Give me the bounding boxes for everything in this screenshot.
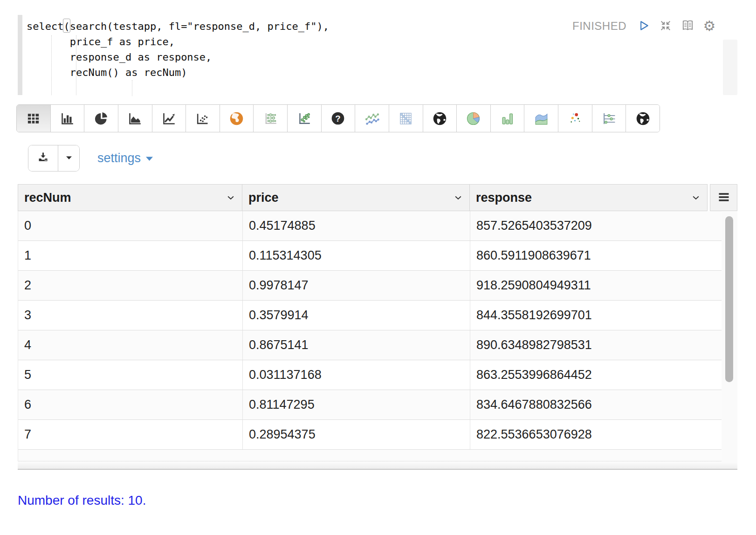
area-chart-button[interactable] — [118, 105, 152, 132]
scatter-colored-button[interactable] — [558, 105, 592, 132]
column-chart-button[interactable] — [491, 105, 525, 132]
cell-price: 0.3579914 — [243, 301, 470, 330]
viz-toolbar: ? — [16, 104, 660, 132]
hamburger-menu-icon — [716, 191, 731, 205]
download-button[interactable] — [28, 145, 58, 171]
cell-price: 0.8675141 — [243, 330, 470, 360]
line-icon — [162, 111, 176, 126]
column-header-response[interactable]: response — [470, 184, 708, 211]
cell-recNum: 3 — [18, 301, 243, 330]
scatter-icon — [195, 111, 210, 126]
caret-down-icon — [145, 151, 154, 165]
chevron-down-icon[interactable] — [454, 193, 463, 202]
bubble-matrix-button[interactable] — [254, 105, 288, 132]
cell-response: 918.2590804949311 — [470, 271, 722, 300]
globe-dark-button[interactable] — [423, 105, 457, 132]
table-view-button[interactable] — [17, 105, 51, 132]
range-sliders-icon — [602, 111, 616, 126]
play-icon — [637, 19, 650, 34]
cell-price: 0.031137168 — [243, 360, 470, 390]
paragraph-status-bar: FINISHED ⚙ — [572, 19, 717, 34]
bar-chart-button[interactable] — [51, 105, 85, 132]
area-stacked-icon — [534, 111, 549, 126]
code-editor[interactable]: select(search(testapp, fl="response_d, p… — [0, 0, 756, 98]
column-green-icon — [500, 111, 515, 126]
table-row: 20.9978147918.2590804949311 — [18, 271, 722, 301]
bar-icon — [60, 111, 75, 126]
table-row: 60.81147295834.6467880832566 — [18, 390, 722, 420]
indent-guide — [76, 35, 76, 95]
cell-recNum: 6 — [18, 390, 243, 419]
gear-button[interactable]: ⚙ — [702, 19, 717, 34]
result-table: recNumpriceresponse 00.45174885857.52654… — [18, 184, 737, 470]
cell-price: 0.81147295 — [243, 390, 470, 419]
cell-recNum: 0 — [18, 211, 243, 240]
cell-price: 0.45174885 — [243, 211, 470, 240]
download-icon — [37, 151, 49, 165]
multi-line-chart-button[interactable] — [355, 105, 389, 132]
caret-down-icon — [63, 152, 75, 165]
scatter-colored-icon — [568, 111, 582, 126]
cell-response: 863.2553996864452 — [470, 360, 722, 390]
cell-response: 890.6348982798531 — [470, 330, 722, 360]
line-chart-button[interactable] — [152, 105, 186, 132]
collapse-button[interactable] — [658, 19, 673, 34]
table-row: 30.3579914844.3558192699701 — [18, 301, 722, 330]
help-button[interactable]: ? — [322, 105, 356, 132]
cell-price: 0.9978147 — [243, 271, 470, 300]
area-icon — [128, 111, 142, 126]
cell-recNum: 5 — [18, 360, 243, 390]
indent-guide — [51, 35, 52, 95]
cell-price: 0.28954375 — [243, 420, 470, 449]
column-header-recNum[interactable]: recNum — [18, 184, 242, 211]
map-globe-button[interactable] — [220, 105, 254, 132]
heatmap-button[interactable] — [389, 105, 423, 132]
globe-orange-icon — [229, 111, 244, 126]
table-icon — [26, 111, 41, 126]
heatmap-icon — [399, 111, 413, 126]
chevron-down-icon[interactable] — [691, 193, 701, 202]
table-header-row: recNumpriceresponse — [18, 184, 737, 211]
cell-response: 844.3558192699701 — [470, 301, 722, 330]
globe-dark-2-button[interactable] — [626, 105, 660, 132]
docs-button[interactable] — [680, 19, 695, 34]
gear-icon: ⚙ — [703, 19, 716, 33]
cell-recNum: 2 — [18, 271, 243, 300]
cell-recNum: 7 — [18, 420, 243, 449]
editor-scrollbar[interactable] — [723, 40, 737, 95]
settings-label: settings — [97, 151, 141, 165]
run-button[interactable] — [636, 19, 651, 34]
table-row: 10.115314305860.5911908639671 — [18, 241, 722, 271]
bubble-chart-button[interactable] — [288, 105, 322, 132]
horizontal-scrollbar-track[interactable] — [18, 461, 737, 470]
vertical-scrollbar-track[interactable] — [722, 212, 737, 462]
scatter-chart-button[interactable] — [186, 105, 220, 132]
stacked-area-button[interactable] — [524, 105, 558, 132]
grid-menu-button[interactable] — [710, 184, 737, 211]
cell-price: 0.115314305 — [243, 241, 470, 270]
cell-response: 857.5265403537209 — [470, 211, 722, 240]
editor-gutter — [18, 15, 22, 95]
column-header-price[interactable]: price — [242, 184, 470, 211]
table-row: 50.031137168863.2553996864452 — [18, 360, 722, 390]
cell-response: 860.5911908639671 — [470, 241, 722, 270]
bubble-matrix-icon — [263, 111, 278, 126]
table-row: 00.45174885857.5265403537209 — [18, 211, 722, 241]
column-label: price — [248, 191, 279, 205]
chevron-down-icon[interactable] — [226, 193, 235, 202]
pie-colored-button[interactable] — [457, 105, 491, 132]
vertical-scrollbar-thumb[interactable] — [725, 216, 733, 382]
cell-response: 822.5536653076928 — [470, 420, 722, 449]
pie-icon — [94, 111, 109, 126]
range-sliders-button[interactable] — [592, 105, 626, 132]
pie-chart-button[interactable] — [84, 105, 118, 132]
results-count: Number of results: 10. — [18, 493, 146, 508]
globe-dark-icon — [432, 111, 447, 126]
indent-guide — [132, 80, 132, 96]
table-header: recNumpriceresponse — [18, 184, 708, 211]
multi-line-icon — [364, 111, 380, 126]
settings-link[interactable]: settings — [97, 151, 154, 165]
column-label: recNum — [24, 191, 71, 205]
download-options-button[interactable] — [58, 145, 79, 171]
code-content[interactable]: select(search(testapp, fl="response_d, p… — [27, 19, 329, 80]
